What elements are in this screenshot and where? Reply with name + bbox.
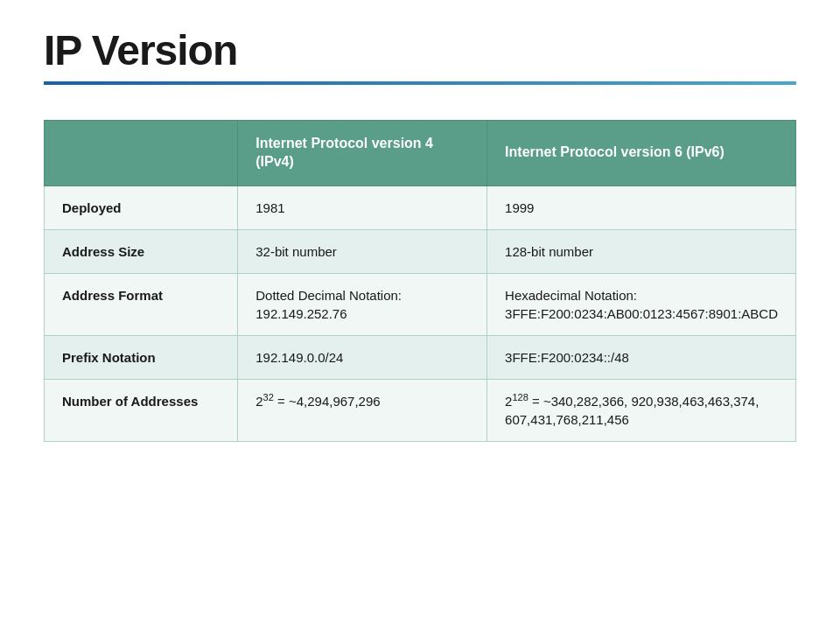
- row-ipv6-address-format: Hexadecimal Notation: 3FFE:F200:0234:AB0…: [487, 273, 796, 335]
- row-ipv6-num-addresses: 2128 = ~340,282,366, 920,938,463,463,374…: [487, 379, 796, 441]
- ipv4-value: = ~4,294,967,296: [274, 394, 381, 409]
- row-ipv4-prefix-notation: 192.149.0.0/24: [238, 335, 487, 379]
- table-row: Deployed 1981 1999: [45, 186, 796, 229]
- row-label-num-addresses: Number of Addresses: [45, 379, 238, 441]
- row-ipv6-address-size: 128-bit number: [487, 229, 796, 273]
- ipv6-value: = ~340,282,366, 920,938,463,463,374, 607…: [505, 394, 759, 427]
- table-row: Number of Addresses 232 = ~4,294,967,296…: [45, 379, 796, 441]
- table-header-row: Internet Protocol version 4 (IPv4) Inter…: [45, 121, 796, 186]
- row-ipv4-address-format: Dotted Decimal Notation: 192.149.252.76: [238, 273, 487, 335]
- ipv4-exponent: 32: [263, 392, 274, 402]
- comparison-table: Internet Protocol version 4 (IPv4) Inter…: [44, 120, 796, 442]
- row-ipv4-num-addresses: 232 = ~4,294,967,296: [238, 379, 487, 441]
- page-title: IP Version: [44, 26, 796, 74]
- col-header-empty: [45, 121, 238, 186]
- page: IP Version Internet Protocol version 4 (…: [0, 0, 840, 630]
- row-ipv6-deployed: 1999: [487, 186, 796, 229]
- col-header-ipv4: Internet Protocol version 4 (IPv4): [238, 121, 487, 186]
- row-ipv6-prefix-notation: 3FFE:F200:0234::/48: [487, 335, 796, 379]
- row-ipv4-deployed: 1981: [238, 186, 487, 229]
- row-label-deployed: Deployed: [45, 186, 238, 229]
- table-row: Prefix Notation 192.149.0.0/24 3FFE:F200…: [45, 335, 796, 379]
- row-ipv4-address-size: 32-bit number: [238, 229, 487, 273]
- col-header-ipv6: Internet Protocol version 6 (IPv6): [487, 121, 796, 186]
- ipv4-base: 2: [256, 394, 262, 409]
- table-wrapper: Internet Protocol version 4 (IPv4) Inter…: [44, 111, 796, 604]
- row-label-prefix-notation: Prefix Notation: [45, 335, 238, 379]
- table-row: Address Size 32-bit number 128-bit numbe…: [45, 229, 796, 273]
- table-row: Address Format Dotted Decimal Notation: …: [45, 273, 796, 335]
- row-label-address-format: Address Format: [45, 273, 238, 335]
- title-underline: [44, 81, 796, 85]
- row-label-address-size: Address Size: [45, 229, 238, 273]
- ipv6-exponent: 128: [512, 392, 528, 402]
